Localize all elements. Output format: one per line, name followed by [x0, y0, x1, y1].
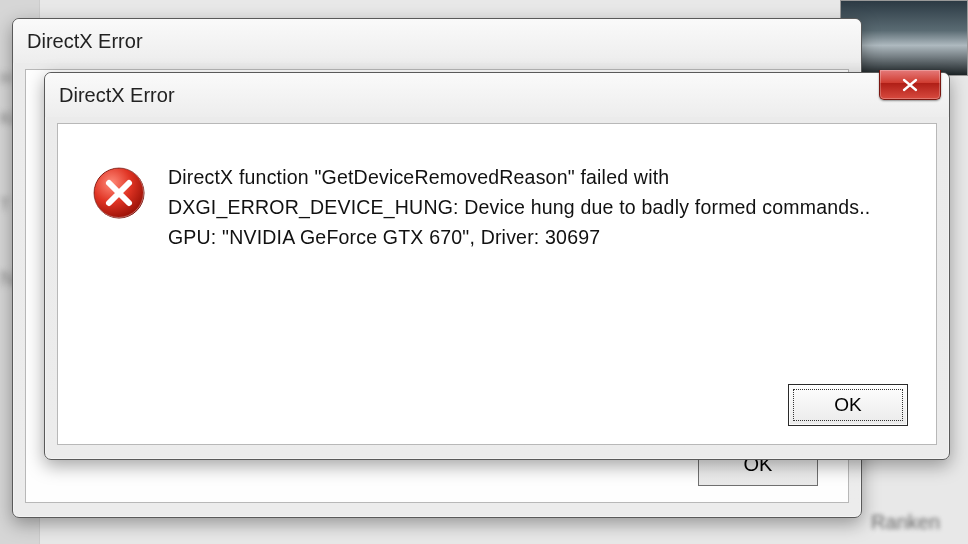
- client-area: DirectX function "GetDeviceRemovedReason…: [57, 123, 937, 445]
- titlebar-back[interactable]: DirectX Error: [13, 19, 861, 63]
- window-title: DirectX Error: [59, 84, 175, 107]
- bg-text: н: [0, 64, 12, 90]
- content-row: DirectX function "GetDeviceRemovedReason…: [58, 124, 936, 253]
- error-icon: [92, 166, 146, 220]
- window-title-back: DirectX Error: [27, 30, 143, 53]
- bg-ranken-text: Ranken: [871, 511, 940, 534]
- directx-error-dialog: DirectX Error DirectX function: [44, 72, 950, 460]
- ok-button[interactable]: OK: [788, 384, 908, 426]
- close-icon: [900, 78, 920, 92]
- bg-text: т: [0, 190, 10, 216]
- error-message: DirectX function "GetDeviceRemovedReason…: [168, 162, 902, 253]
- titlebar[interactable]: DirectX Error: [45, 73, 949, 117]
- button-bar: OK: [788, 384, 908, 426]
- close-button[interactable]: [879, 70, 941, 100]
